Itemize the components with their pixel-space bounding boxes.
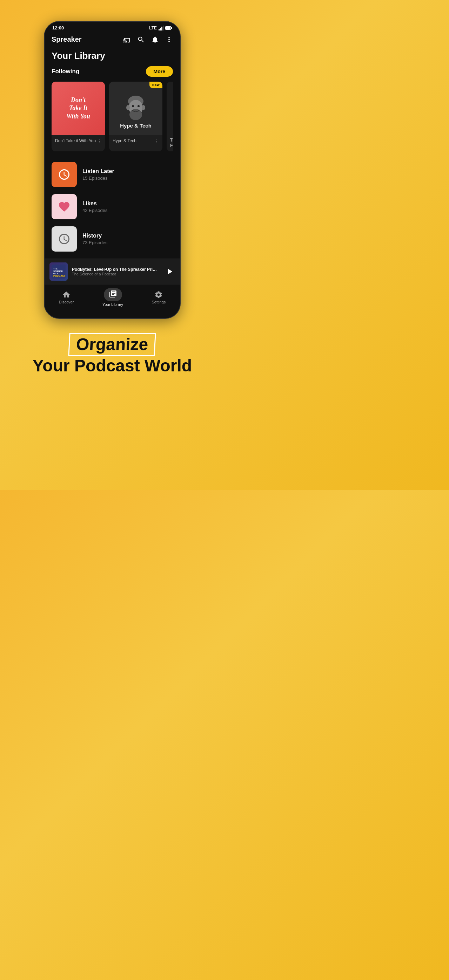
likes-sub: 42 Episodes [82, 208, 173, 213]
nav-label-discover: Discover [59, 300, 74, 304]
listen-later-icon-box [51, 162, 77, 187]
podcast-card-footer-1: Don't Take it With You ⋮ [51, 135, 105, 147]
search-icon[interactable] [137, 36, 145, 43]
podcast-card-dont-take[interactable]: Don'tTake ItWith You Don't Take it With … [51, 82, 105, 151]
battery-icon [165, 26, 172, 30]
clock-icon-history [58, 233, 70, 245]
nav-item-settings[interactable]: Settings [144, 290, 173, 304]
svg-rect-7 [166, 27, 170, 29]
podcast-card-footer-2: Hype & Tech ⋮ [109, 135, 162, 147]
nav-label-settings: Settings [152, 300, 166, 304]
following-label: Following [51, 68, 79, 75]
notification-icon[interactable] [151, 36, 159, 43]
new-badge: NEW [149, 82, 162, 88]
likes-icon-box [51, 194, 77, 220]
status-bar: 12:00 LTE [45, 22, 180, 33]
svg-marker-1 [160, 28, 161, 30]
now-playing-info: PodBytes: Level-Up on The Spreaker Pri… … [72, 267, 160, 276]
nav-label-your-library: Your Library [102, 302, 123, 307]
status-time: 12:00 [52, 25, 64, 30]
podcast-menu-icon-1[interactable]: ⋮ [96, 138, 102, 144]
listen-later-title: Listen Later [82, 168, 173, 175]
now-playing-bar[interactable]: THE SCIENCE OF A PODCAST PodBytes: Level… [45, 259, 180, 284]
list-item-likes[interactable]: Likes 42 Episodes [51, 191, 173, 223]
more-button[interactable]: More [146, 66, 173, 77]
promo-subtitle: Your Podcast World [33, 357, 192, 374]
play-button[interactable] [164, 266, 175, 277]
podcast-card-trust[interactable]: TRUSTI'M ANEN Trust me I'm Engineer [167, 82, 173, 151]
podcast-name-2: Hype & Tech [113, 138, 154, 144]
svg-point-11 [142, 105, 145, 110]
app-title: Spreaker [51, 35, 82, 43]
history-info: History 73 Episodes [82, 233, 173, 245]
list-item-history[interactable]: History 73 Episodes [51, 223, 173, 255]
signal-icon [158, 25, 163, 30]
history-sub: 73 Episodes [82, 240, 173, 245]
hype-tech-artwork: NEW [109, 82, 162, 135]
signal-label: LTE [149, 25, 157, 30]
promo-title: Organize [76, 336, 149, 353]
dont-take-artwork: Don'tTake ItWith You [51, 82, 105, 135]
list-section: Listen Later 15 Episodes Likes 42 Episod… [51, 158, 173, 255]
hype-tech-overlay-text: Hype & Tech [109, 123, 162, 129]
more-icon[interactable] [165, 36, 173, 43]
svg-marker-2 [161, 27, 162, 30]
settings-icon [154, 290, 163, 299]
listen-later-sub: 15 Episodes [82, 175, 173, 181]
top-nav: Spreaker [45, 33, 180, 47]
likes-title: Likes [82, 200, 173, 207]
content-area: Your Library Following More Don'tTake It… [45, 47, 180, 255]
top-nav-icons [123, 36, 173, 43]
heart-icon [58, 200, 70, 213]
podcasts-row: Don'tTake ItWith You Don't Take it With … [51, 82, 173, 151]
clock-icon-listen-later [58, 168, 70, 181]
svg-text:THE: THE [53, 268, 58, 270]
likes-info: Likes 42 Episodes [82, 200, 173, 213]
svg-marker-3 [163, 25, 163, 30]
page-title: Your Library [51, 51, 173, 61]
home-icon [62, 290, 70, 299]
phone-frame: 12:00 LTE Spreaker Your Library Followin… [44, 21, 181, 319]
dont-take-text: Don'tTake ItWith You [66, 96, 90, 121]
svg-rect-5 [171, 27, 172, 29]
history-icon-box [51, 226, 77, 251]
now-playing-subtitle: The Science of a Podcast [72, 272, 160, 276]
podcast-name-3: Trust me I'm Engineer [170, 138, 173, 148]
podcast-card-footer-3: Trust me I'm Engineer [167, 135, 173, 151]
svg-text:SCIENCE: SCIENCE [53, 270, 63, 272]
podcast-card-hype-tech[interactable]: NEW [109, 82, 162, 151]
svg-point-13 [132, 105, 134, 107]
svg-point-14 [137, 105, 140, 107]
podcast-name-1: Don't Take it With You [55, 138, 96, 144]
svg-text:PODCAST: PODCAST [53, 275, 66, 277]
beard-icon [122, 94, 150, 122]
nav-item-your-library[interactable]: Your Library [96, 288, 130, 307]
nav-item-discover[interactable]: Discover [52, 290, 81, 304]
status-right: LTE [149, 25, 172, 30]
now-playing-title: PodBytes: Level-Up on The Spreaker Pri… [72, 267, 160, 272]
your-library-nav-bg [104, 288, 122, 301]
promo-section: Organize Your Podcast World [22, 333, 202, 374]
svg-marker-0 [158, 29, 160, 30]
bottom-nav: Discover Your Library Settings [45, 284, 180, 312]
following-header: Following More [51, 66, 173, 77]
podcast-menu-icon-2[interactable]: ⋮ [154, 138, 160, 144]
listen-later-info: Listen Later 15 Episodes [82, 168, 173, 181]
play-icon [165, 267, 174, 277]
cast-icon[interactable] [123, 36, 131, 43]
now-playing-thumbnail: THE SCIENCE OF A PODCAST [50, 262, 68, 281]
library-icon [109, 290, 117, 298]
now-playing-thumb-art: THE SCIENCE OF A PODCAST [51, 264, 66, 278]
list-item-listen-later[interactable]: Listen Later 15 Episodes [51, 158, 173, 191]
promo-box: Organize [69, 333, 157, 356]
notch [107, 22, 117, 27]
history-title: History [82, 233, 173, 239]
svg-point-10 [126, 105, 130, 110]
